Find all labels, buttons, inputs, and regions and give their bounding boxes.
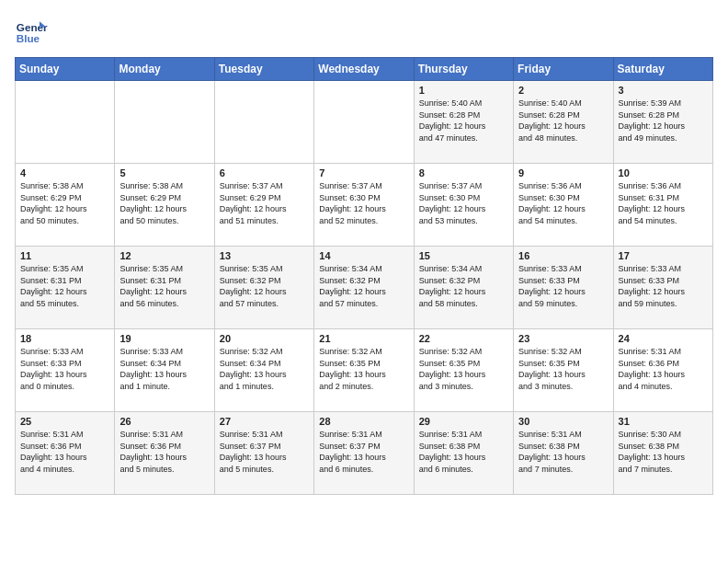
day-info: Sunrise: 5:33 AM Sunset: 6:33 PM Dayligh… (20, 346, 109, 392)
day-cell: 24Sunrise: 5:31 AM Sunset: 6:36 PM Dayli… (613, 329, 712, 412)
day-cell (115, 81, 214, 164)
day-info: Sunrise: 5:36 AM Sunset: 6:30 PM Dayligh… (518, 180, 608, 226)
day-cell: 15Sunrise: 5:34 AM Sunset: 6:32 PM Dayli… (414, 247, 513, 329)
day-cell (16, 81, 115, 164)
day-number: 7 (319, 167, 408, 178)
day-info: Sunrise: 5:40 AM Sunset: 6:28 PM Dayligh… (419, 98, 508, 144)
page-header: General Blue (15, 15, 713, 48)
day-number: 31 (619, 416, 708, 427)
day-info: Sunrise: 5:38 AM Sunset: 6:29 PM Dayligh… (20, 180, 109, 226)
day-info: Sunrise: 5:32 AM Sunset: 6:35 PM Dayligh… (518, 346, 608, 392)
weekday-header-tuesday: Tuesday (214, 58, 313, 81)
day-cell: 31Sunrise: 5:30 AM Sunset: 6:38 PM Dayli… (613, 412, 712, 495)
week-row-5: 25Sunrise: 5:31 AM Sunset: 6:36 PM Dayli… (16, 412, 713, 495)
day-info: Sunrise: 5:36 AM Sunset: 6:31 PM Dayligh… (619, 180, 708, 226)
day-cell: 6Sunrise: 5:37 AM Sunset: 6:29 PM Daylig… (214, 164, 313, 247)
day-number: 5 (119, 167, 209, 178)
day-cell: 3Sunrise: 5:39 AM Sunset: 6:28 PM Daylig… (613, 81, 712, 164)
day-number: 2 (518, 85, 608, 96)
day-info: Sunrise: 5:31 AM Sunset: 6:37 PM Dayligh… (220, 429, 309, 475)
day-number: 4 (20, 167, 109, 178)
day-number: 18 (20, 333, 109, 344)
day-number: 11 (20, 250, 109, 261)
day-number: 8 (419, 167, 508, 178)
day-cell: 12Sunrise: 5:35 AM Sunset: 6:31 PM Dayli… (115, 247, 214, 329)
day-info: Sunrise: 5:31 AM Sunset: 6:38 PM Dayligh… (419, 429, 508, 475)
weekday-header-thursday: Thursday (414, 58, 513, 81)
day-number: 10 (619, 167, 708, 178)
day-number: 28 (319, 416, 408, 427)
day-cell: 22Sunrise: 5:32 AM Sunset: 6:35 PM Dayli… (414, 329, 513, 412)
day-number: 21 (319, 333, 408, 344)
day-info: Sunrise: 5:31 AM Sunset: 6:36 PM Dayligh… (619, 346, 708, 392)
day-cell: 23Sunrise: 5:32 AM Sunset: 6:35 PM Dayli… (514, 329, 613, 412)
day-cell: 17Sunrise: 5:33 AM Sunset: 6:33 PM Dayli… (613, 247, 712, 329)
day-cell (214, 81, 313, 164)
day-number: 30 (518, 416, 608, 427)
day-number: 12 (119, 250, 209, 261)
weekday-header-saturday: Saturday (613, 58, 712, 81)
day-number: 22 (419, 333, 508, 344)
day-number: 25 (20, 416, 109, 427)
calendar-table: SundayMondayTuesdayWednesdayThursdayFrid… (15, 57, 713, 495)
weekday-header-friday: Friday (514, 58, 613, 81)
day-cell: 5Sunrise: 5:38 AM Sunset: 6:29 PM Daylig… (115, 164, 214, 247)
day-cell: 28Sunrise: 5:31 AM Sunset: 6:37 PM Dayli… (314, 412, 414, 495)
weekday-header-monday: Monday (115, 58, 214, 81)
day-info: Sunrise: 5:40 AM Sunset: 6:28 PM Dayligh… (518, 98, 608, 144)
day-info: Sunrise: 5:31 AM Sunset: 6:36 PM Dayligh… (20, 429, 109, 475)
day-info: Sunrise: 5:33 AM Sunset: 6:34 PM Dayligh… (119, 346, 209, 392)
day-cell: 16Sunrise: 5:33 AM Sunset: 6:33 PM Dayli… (514, 247, 613, 329)
day-number: 26 (119, 416, 209, 427)
day-info: Sunrise: 5:32 AM Sunset: 6:34 PM Dayligh… (220, 346, 309, 392)
weekday-header-sunday: Sunday (16, 58, 115, 81)
day-number: 3 (619, 85, 708, 96)
day-number: 23 (518, 333, 608, 344)
day-cell: 14Sunrise: 5:34 AM Sunset: 6:32 PM Dayli… (314, 247, 414, 329)
day-info: Sunrise: 5:32 AM Sunset: 6:35 PM Dayligh… (319, 346, 408, 392)
weekday-header-wednesday: Wednesday (314, 58, 414, 81)
day-info: Sunrise: 5:31 AM Sunset: 6:36 PM Dayligh… (119, 429, 209, 475)
week-row-1: 1Sunrise: 5:40 AM Sunset: 6:28 PM Daylig… (16, 81, 713, 164)
day-cell: 1Sunrise: 5:40 AM Sunset: 6:28 PM Daylig… (414, 81, 513, 164)
day-number: 14 (319, 250, 408, 261)
day-number: 17 (619, 250, 708, 261)
day-info: Sunrise: 5:32 AM Sunset: 6:35 PM Dayligh… (419, 346, 508, 392)
svg-text:Blue: Blue (17, 32, 40, 44)
day-cell: 19Sunrise: 5:33 AM Sunset: 6:34 PM Dayli… (115, 329, 214, 412)
day-number: 9 (518, 167, 608, 178)
day-info: Sunrise: 5:30 AM Sunset: 6:38 PM Dayligh… (619, 429, 708, 475)
logo: General Blue (15, 15, 48, 48)
day-info: Sunrise: 5:34 AM Sunset: 6:32 PM Dayligh… (419, 263, 508, 309)
day-info: Sunrise: 5:33 AM Sunset: 6:33 PM Dayligh… (518, 263, 608, 309)
day-cell: 21Sunrise: 5:32 AM Sunset: 6:35 PM Dayli… (314, 329, 414, 412)
day-info: Sunrise: 5:31 AM Sunset: 6:37 PM Dayligh… (319, 429, 408, 475)
day-number: 15 (419, 250, 508, 261)
week-row-2: 4Sunrise: 5:38 AM Sunset: 6:29 PM Daylig… (16, 164, 713, 247)
logo-icon: General Blue (15, 15, 48, 48)
day-info: Sunrise: 5:31 AM Sunset: 6:38 PM Dayligh… (518, 429, 608, 475)
day-info: Sunrise: 5:37 AM Sunset: 6:29 PM Dayligh… (220, 180, 309, 226)
day-number: 27 (220, 416, 309, 427)
day-info: Sunrise: 5:35 AM Sunset: 6:31 PM Dayligh… (20, 263, 109, 309)
day-cell: 26Sunrise: 5:31 AM Sunset: 6:36 PM Dayli… (115, 412, 214, 495)
day-number: 24 (619, 333, 708, 344)
day-number: 29 (419, 416, 508, 427)
week-row-4: 18Sunrise: 5:33 AM Sunset: 6:33 PM Dayli… (16, 329, 713, 412)
day-info: Sunrise: 5:38 AM Sunset: 6:29 PM Dayligh… (119, 180, 209, 226)
day-cell: 27Sunrise: 5:31 AM Sunset: 6:37 PM Dayli… (214, 412, 313, 495)
day-cell: 9Sunrise: 5:36 AM Sunset: 6:30 PM Daylig… (514, 164, 613, 247)
week-row-3: 11Sunrise: 5:35 AM Sunset: 6:31 PM Dayli… (16, 247, 713, 329)
weekday-header-row: SundayMondayTuesdayWednesdayThursdayFrid… (16, 58, 713, 81)
day-cell (314, 81, 414, 164)
day-info: Sunrise: 5:37 AM Sunset: 6:30 PM Dayligh… (419, 180, 508, 226)
day-cell: 10Sunrise: 5:36 AM Sunset: 6:31 PM Dayli… (613, 164, 712, 247)
day-number: 16 (518, 250, 608, 261)
day-cell: 7Sunrise: 5:37 AM Sunset: 6:30 PM Daylig… (314, 164, 414, 247)
day-cell: 18Sunrise: 5:33 AM Sunset: 6:33 PM Dayli… (16, 329, 115, 412)
day-cell: 25Sunrise: 5:31 AM Sunset: 6:36 PM Dayli… (16, 412, 115, 495)
day-info: Sunrise: 5:35 AM Sunset: 6:32 PM Dayligh… (220, 263, 309, 309)
day-cell: 30Sunrise: 5:31 AM Sunset: 6:38 PM Dayli… (514, 412, 613, 495)
day-cell: 13Sunrise: 5:35 AM Sunset: 6:32 PM Dayli… (214, 247, 313, 329)
day-number: 1 (419, 85, 508, 96)
